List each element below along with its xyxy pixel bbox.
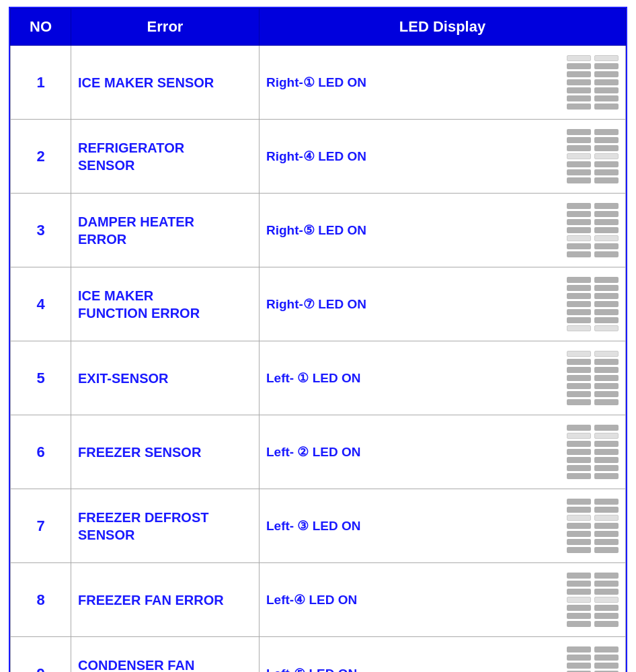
led-segment (594, 597, 619, 603)
row-led-display: Right-① LED ON (260, 46, 626, 120)
led-segment (567, 129, 591, 135)
led-segment (567, 243, 591, 249)
led-segment (567, 309, 591, 315)
led-segment (594, 161, 619, 167)
led-segment (594, 293, 619, 299)
led-segment (594, 177, 619, 183)
led-segment (594, 433, 619, 439)
led-segment (567, 465, 591, 471)
led-segment (594, 79, 619, 85)
led-segment (594, 531, 619, 537)
led-segment (567, 391, 591, 397)
led-segment (594, 473, 619, 479)
led-panel (594, 573, 619, 627)
led-segment (567, 399, 591, 405)
row-number: 8 (11, 563, 71, 637)
led-segment (594, 325, 619, 331)
table-row: 4 ICE MAKERFUNCTION ERROR Right-⑦ LED ON (11, 267, 626, 341)
led-segment (567, 301, 591, 307)
led-segment (594, 301, 619, 307)
led-segment (567, 317, 591, 323)
row-number: 2 (11, 120, 71, 194)
led-segment (567, 597, 591, 603)
led-segment (567, 351, 591, 357)
led-panel (594, 499, 619, 553)
led-segment (594, 375, 619, 381)
led-panel (567, 573, 591, 627)
row-error: EXIT-SENSOR (71, 341, 260, 415)
led-segment (567, 153, 591, 159)
row-number: 4 (11, 267, 71, 341)
led-segment (594, 621, 619, 627)
led-segment (594, 581, 619, 587)
row-error: DAMPER HEATERERROR (71, 194, 260, 267)
led-segment (567, 169, 591, 175)
led-segment (594, 243, 619, 249)
led-segment (594, 95, 619, 101)
led-segment (594, 211, 619, 217)
led-segment (594, 507, 619, 513)
led-label: Right-① LED ON (266, 75, 559, 90)
led-label: Right-④ LED ON (266, 149, 559, 164)
row-number: 1 (11, 46, 71, 120)
led-segment (594, 655, 619, 661)
led-segment (567, 655, 591, 661)
led-segment (567, 285, 591, 291)
led-segment (594, 663, 619, 669)
led-panel (594, 425, 619, 479)
table-row: 1 ICE MAKER SENSOR Right-① LED ON (11, 46, 626, 120)
led-segment (567, 251, 591, 257)
led-panel (567, 55, 591, 110)
led-panel (567, 277, 591, 331)
led-segment (567, 605, 591, 611)
header-led: LED Display (260, 9, 626, 46)
led-segment (594, 103, 619, 110)
led-segment (567, 161, 591, 167)
row-error: ICE MAKER SENSOR (71, 46, 260, 120)
led-segment (567, 457, 591, 463)
led-pair (567, 646, 619, 672)
led-panel (567, 351, 591, 405)
led-segment (567, 325, 591, 331)
led-segment (594, 646, 619, 653)
row-error: CONDENSER FANERROR (71, 637, 260, 673)
row-error: FREEZER DEFROSTSENSOR (71, 489, 260, 563)
row-led-display: Right-⑤ LED ON (260, 194, 626, 267)
led-segment (567, 449, 591, 455)
led-segment (567, 95, 591, 101)
led-segment (594, 235, 619, 241)
led-segment (594, 87, 619, 93)
table-row: 5 EXIT-SENSOR Left- ① LED ON (11, 341, 626, 415)
led-segment (594, 391, 619, 397)
led-segment (567, 87, 591, 93)
led-segment (567, 383, 591, 389)
led-segment (594, 137, 619, 143)
led-segment (567, 433, 591, 439)
row-error: ICE MAKERFUNCTION ERROR (71, 267, 260, 341)
led-pair (567, 425, 619, 479)
led-segment (567, 71, 591, 77)
row-number: 9 (11, 637, 71, 673)
led-segment (594, 63, 619, 69)
led-segment (594, 219, 619, 225)
row-error: REFRIGERATORSENSOR (71, 120, 260, 194)
led-segment (567, 79, 591, 85)
led-segment (594, 449, 619, 455)
led-segment (567, 613, 591, 619)
led-pair (567, 499, 619, 553)
led-segment (594, 145, 619, 151)
led-segment (567, 55, 591, 61)
row-led-display: Left-⑤ LED ON (260, 637, 626, 673)
led-segment (567, 473, 591, 479)
led-segment (594, 55, 619, 61)
row-led-display: Left-④ LED ON (260, 563, 626, 637)
led-segment (594, 425, 619, 431)
led-segment (594, 71, 619, 77)
led-segment (567, 137, 591, 143)
led-segment (594, 383, 619, 389)
led-panel (567, 129, 591, 183)
row-number: 5 (11, 341, 71, 415)
led-segment (594, 129, 619, 135)
led-segment (567, 375, 591, 381)
row-led-display: Left- ① LED ON (260, 341, 626, 415)
